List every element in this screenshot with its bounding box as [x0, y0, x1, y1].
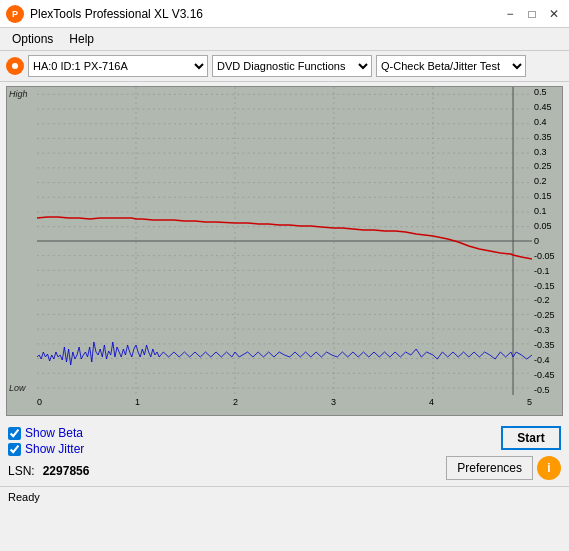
menu-help[interactable]: Help: [61, 30, 102, 48]
function-select[interactable]: DVD Diagnostic Functions: [212, 55, 372, 77]
show-jitter-checkbox[interactable]: [8, 443, 21, 456]
minimize-button[interactable]: −: [501, 5, 519, 23]
menu-options[interactable]: Options: [4, 30, 61, 48]
info-button[interactable]: i: [537, 456, 561, 480]
lsn-value: 2297856: [43, 464, 90, 478]
maximize-button[interactable]: □: [523, 5, 541, 23]
preferences-row: Preferences i: [446, 456, 561, 480]
lsn-area: LSN: 2297856: [8, 464, 89, 478]
show-jitter-label[interactable]: Show Jitter: [25, 442, 84, 456]
high-label: High: [9, 89, 28, 99]
title-bar: P PlexTools Professional XL V3.16 − □ ✕: [0, 0, 569, 28]
drive-select[interactable]: HA:0 ID:1 PX-716A: [28, 55, 208, 77]
window-title: PlexTools Professional XL V3.16: [30, 7, 203, 21]
x-axis: 0 1 2 3 4 5: [37, 395, 532, 415]
toolbar: HA:0 ID:1 PX-716A DVD Diagnostic Functio…: [0, 51, 569, 82]
show-beta-row: Show Beta: [8, 426, 89, 440]
svg-point-1: [12, 63, 18, 69]
status-text: Ready: [8, 491, 40, 503]
chart-svg: [37, 87, 532, 395]
show-beta-checkbox[interactable]: [8, 427, 21, 440]
close-button[interactable]: ✕: [545, 5, 563, 23]
drive-icon: [6, 57, 24, 75]
action-buttons: Start Preferences i: [446, 426, 561, 480]
status-bar: Ready: [0, 486, 569, 506]
show-beta-label[interactable]: Show Beta: [25, 426, 83, 440]
lsn-label: LSN:: [8, 464, 35, 478]
checkboxes: Show Beta Show Jitter: [8, 426, 89, 456]
preferences-button[interactable]: Preferences: [446, 456, 533, 480]
start-button[interactable]: Start: [501, 426, 561, 450]
bottom-panel: Show Beta Show Jitter LSN: 2297856 Start…: [0, 420, 569, 486]
low-label: Low: [9, 383, 26, 393]
app-icon: P: [6, 5, 24, 23]
test-select[interactable]: Q-Check Beta/Jitter Test: [376, 55, 526, 77]
y-axis-right: 0.5 0.45 0.4 0.35 0.3 0.25 0.2 0.15 0.1 …: [532, 87, 562, 395]
window-controls: − □ ✕: [501, 5, 563, 23]
menu-bar: Options Help: [0, 28, 569, 51]
chart-container: High Low 0.5 0.45 0.4 0.35 0.3 0.25 0.2 …: [6, 86, 563, 416]
show-jitter-row: Show Jitter: [8, 442, 89, 456]
